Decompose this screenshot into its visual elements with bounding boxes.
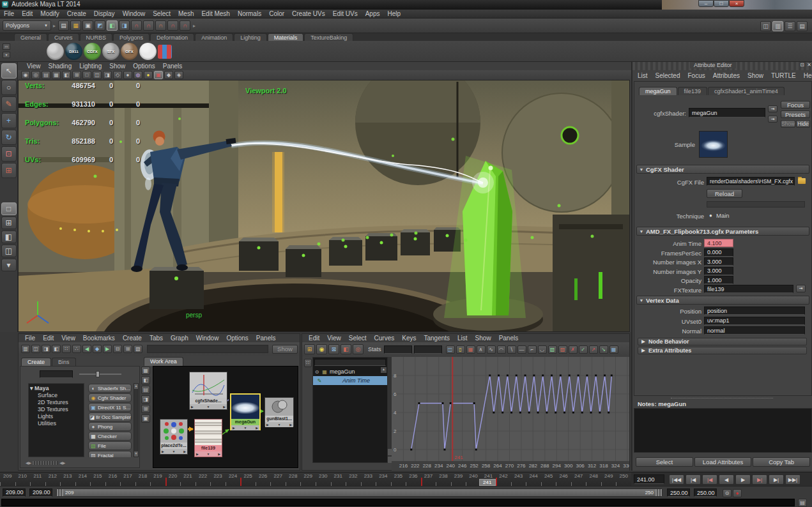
frame-cell-237[interactable]: 237 xyxy=(421,473,436,487)
frame-cell-234[interactable]: 234 xyxy=(376,473,391,487)
create-file-button[interactable]: ▧File xyxy=(88,441,132,450)
hypershade-tab-create[interactable]: Create xyxy=(21,358,51,366)
framespersec-field[interactable]: 0.000 xyxy=(704,248,733,257)
animation-end-field[interactable]: 250.00 xyxy=(694,488,717,497)
shelf-tab-materials[interactable]: Materials xyxy=(268,33,304,42)
tree-item-3d-textures[interactable]: 3D Textures xyxy=(30,406,82,413)
outliner-filter-icon[interactable]: ∷ xyxy=(304,359,312,367)
menu-grapheditor-list[interactable]: List xyxy=(454,334,471,342)
gate-mask-icon[interactable]: ◨ xyxy=(103,71,112,79)
range-start-handle[interactable] xyxy=(57,489,63,496)
frame-cell-214[interactable]: 214 xyxy=(75,473,91,487)
clamped-tangents-icon[interactable]: ◠ xyxy=(497,345,506,354)
standard-material-icon[interactable] xyxy=(47,43,64,60)
frame-cell-226[interactable]: 226 xyxy=(256,473,271,487)
menu-attredit-list[interactable]: List xyxy=(634,72,652,80)
menu-grapheditor-keys[interactable]: Keys xyxy=(398,334,420,342)
frame-cell-222[interactable]: 222 xyxy=(195,473,211,487)
attredit-tab-megagun[interactable]: megaGun xyxy=(639,87,677,95)
stats-frame-field[interactable] xyxy=(384,345,412,354)
menu-viewport-show[interactable]: Show xyxy=(105,62,129,70)
frame-cell-224[interactable]: 224 xyxy=(226,473,241,487)
normal-field[interactable]: normal xyxy=(704,326,805,335)
open-scene-icon[interactable]: ▦ xyxy=(70,20,81,31)
viewport-panel[interactable]: ViewShadingLightingShowOptionsPanels ◉◎▤… xyxy=(18,62,631,332)
frame-cell-212[interactable]: 212 xyxy=(45,473,61,487)
select-object-icon[interactable]: ◧ xyxy=(107,20,118,31)
center-current-time-icon[interactable]: ▦ xyxy=(466,345,475,354)
range-bar[interactable]: 209 250 xyxy=(56,488,663,497)
step-forward-one-key-button[interactable]: ▶| xyxy=(752,474,767,485)
menu-hypershade-edit[interactable]: Edit xyxy=(39,334,57,342)
frame-cell-218[interactable]: 218 xyxy=(135,473,151,487)
browse-folder-icon[interactable] xyxy=(798,178,806,184)
menu-attredit-turtle[interactable]: TURTLE xyxy=(767,72,800,80)
outliner-scroll-up-button[interactable]: ▲ xyxy=(381,367,387,373)
technique-radio[interactable]: ● xyxy=(709,213,712,218)
frame-cell-236[interactable]: 236 xyxy=(406,473,421,487)
flat-tangents-icon[interactable]: — xyxy=(517,345,526,354)
frame-cell-248[interactable]: 248 xyxy=(586,473,601,487)
channel-box-toggle-icon[interactable]: ▤ xyxy=(797,21,808,31)
group-separator[interactable]: ▸ xyxy=(51,23,57,29)
work-area-tab[interactable]: Work Area xyxy=(144,357,183,366)
select-camera-icon[interactable]: ◉ xyxy=(21,71,30,79)
scale-tool-icon[interactable]: ⊡ xyxy=(1,146,17,162)
menu-viewport-shading[interactable]: Shading xyxy=(45,62,76,70)
show-utilities-icon[interactable]: ▣ xyxy=(141,414,150,423)
step-forward-one-frame-button[interactable]: ▶| xyxy=(769,474,784,485)
insert-keys-tool-icon[interactable]: ◉ xyxy=(316,344,327,354)
create-phong-button[interactable]: ●Phong xyxy=(88,422,132,431)
frame-cell-227[interactable]: 227 xyxy=(270,473,286,487)
swap-buffer-curve-icon[interactable]: ▨ xyxy=(558,345,567,354)
menu-attredit-focus[interactable]: Focus xyxy=(684,72,709,80)
show-button[interactable]: Show xyxy=(781,120,795,128)
section-cgfx-shader[interactable]: ▼CgFX Shader xyxy=(636,165,809,174)
shelf-tab-general[interactable]: General xyxy=(14,33,47,42)
swatches-small-icon[interactable]: ◫ xyxy=(31,345,40,353)
create-fractal-button[interactable]: ▨Fractal xyxy=(88,451,132,457)
playback-start-field[interactable]: 209.00 xyxy=(29,488,52,497)
show-materials-icon[interactable]: ◨ xyxy=(141,395,150,404)
node-name-field[interactable]: megaGun xyxy=(689,108,765,117)
outliner-node-row[interactable]: ⊖ ▦ megaGun xyxy=(313,367,387,376)
camera-attributes-icon[interactable]: ▤ xyxy=(42,71,50,79)
node-footer[interactable]: ▶▼▶ xyxy=(231,425,259,430)
fxtexture-connection-button[interactable]: ⇥ xyxy=(796,285,806,292)
pane-graph-layout-icon[interactable]: ◫ xyxy=(1,245,17,257)
frame-cell-249[interactable]: 249 xyxy=(601,473,617,487)
collapse-minus-icon[interactable]: ⊖ xyxy=(313,369,321,375)
create-search-field[interactable] xyxy=(40,370,73,378)
menu-main-edit-uvs[interactable]: Edit UVs xyxy=(329,10,362,18)
spline-tangents-icon[interactable]: ∿ xyxy=(487,345,496,354)
previous-graph-icon[interactable]: ⊟ xyxy=(113,345,122,353)
attribute-editor-titlebar[interactable]: Attribute Editor ⊡ ✕ xyxy=(632,62,812,70)
notes-splitter[interactable] xyxy=(671,398,773,400)
swatches-medium-icon[interactable]: ◨ xyxy=(42,345,50,353)
show-top-and-bottom-icon[interactable]: ▤ xyxy=(141,386,150,394)
copy-tab-button[interactable]: Copy Tab xyxy=(753,457,810,467)
soft-modification-tool-icon[interactable]: ⊞ xyxy=(1,163,17,178)
attredit-tab-file139[interactable]: file139 xyxy=(678,87,708,95)
move-nearest-picked-key-icon[interactable]: ⊞ xyxy=(304,344,315,354)
menu-hypershade-tabs[interactable]: Tabs xyxy=(146,334,167,342)
shelf-tab-animation[interactable]: Animation xyxy=(195,33,233,42)
node-footer[interactable]: ▶▼▶ xyxy=(160,449,187,454)
rotate-tool-icon[interactable]: ↻ xyxy=(1,130,17,145)
menu-hypershade-bookmarks[interactable]: Bookmarks xyxy=(79,334,119,342)
slider-knob[interactable] xyxy=(96,371,100,377)
plateau-tangents-icon[interactable]: ◡ xyxy=(538,345,547,354)
menu-grapheditor-view[interactable]: View xyxy=(323,334,345,342)
menu-attredit-attributes[interactable]: Attributes xyxy=(709,72,744,80)
shelf-menu-button[interactable]: ▭ xyxy=(3,43,10,50)
lasso-select-tool-icon[interactable]: ○ xyxy=(1,80,17,95)
frame-cell-217[interactable]: 217 xyxy=(120,473,135,487)
shelf-tab-curves[interactable]: Curves xyxy=(48,33,79,42)
frame-cell-216[interactable]: 216 xyxy=(105,473,121,487)
auto-keyframe-toggle-icon[interactable]: ● xyxy=(733,489,742,497)
hypershade-filter-field[interactable] xyxy=(147,345,268,353)
tree-item-surface[interactable]: Surface xyxy=(30,392,82,399)
node-footer[interactable]: ▶▼▶ xyxy=(190,404,227,409)
frame-cell-219[interactable]: 219 xyxy=(150,473,165,487)
create-checker-button[interactable]: ▦Checker xyxy=(88,432,132,441)
